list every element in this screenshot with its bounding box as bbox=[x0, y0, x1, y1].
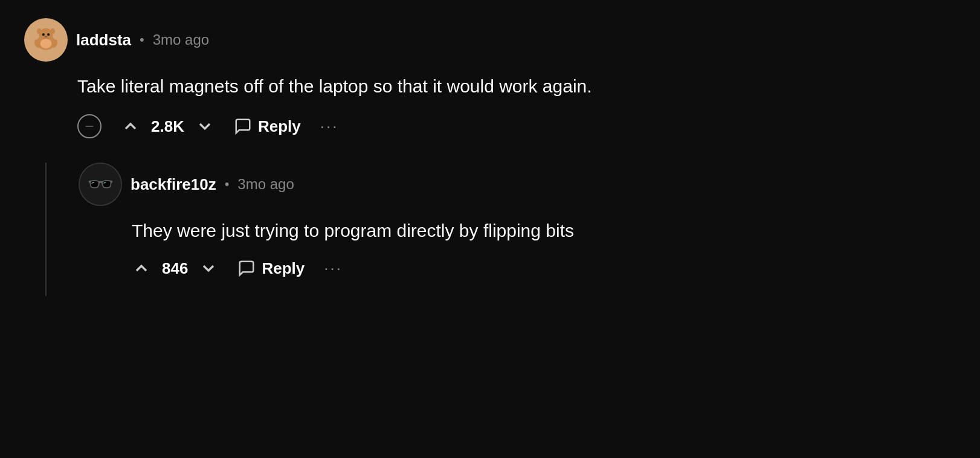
upvote-button[interactable] bbox=[121, 117, 140, 136]
vote-section: 2.8K bbox=[121, 117, 214, 136]
top-comment: laddsta • 3mo ago Take literal magnets o… bbox=[24, 18, 956, 296]
reply-dot-separator: • bbox=[225, 176, 230, 192]
reply-body: They were just trying to program directl… bbox=[132, 217, 956, 278]
reply-downvote-button[interactable] bbox=[199, 259, 218, 278]
svg-point-5 bbox=[47, 33, 50, 36]
reply-area: 🕶️ backfire10z • 3mo ago They were just … bbox=[79, 163, 956, 296]
comment-body: Take literal magnets off of the laptop s… bbox=[77, 73, 956, 156]
comment-header: laddsta • 3mo ago bbox=[24, 18, 956, 62]
timestamp: 3mo ago bbox=[153, 31, 209, 48]
reply-reply-label: Reply bbox=[262, 259, 305, 278]
comments-container: laddsta • 3mo ago Take literal magnets o… bbox=[0, 0, 980, 314]
reply-upvote-button[interactable] bbox=[132, 259, 151, 278]
reply-reply-button[interactable]: Reply bbox=[237, 259, 305, 278]
reply-username: backfire10z bbox=[131, 175, 216, 194]
svg-point-4 bbox=[42, 33, 45, 36]
comment-actions: 2.8K Reply ··· bbox=[77, 114, 956, 138]
svg-point-2 bbox=[37, 28, 41, 34]
svg-point-6 bbox=[44, 36, 47, 37]
thread-area: 🕶️ backfire10z • 3mo ago They were just … bbox=[24, 163, 956, 296]
thread-line bbox=[45, 163, 47, 296]
collapse-button[interactable] bbox=[77, 114, 102, 138]
dot-separator: • bbox=[140, 32, 144, 48]
reply-vote-section: 846 bbox=[132, 259, 218, 278]
reply-avatar: 🕶️ bbox=[79, 163, 122, 206]
vote-count: 2.8K bbox=[151, 117, 184, 136]
svg-point-3 bbox=[51, 28, 55, 34]
reply-vote-count: 846 bbox=[162, 259, 188, 278]
more-options-button[interactable]: ··· bbox=[320, 117, 339, 136]
reply-actions: 846 Reply bbox=[132, 259, 956, 278]
username: laddsta bbox=[76, 31, 131, 50]
svg-point-9 bbox=[40, 39, 52, 49]
downvote-button[interactable] bbox=[195, 117, 214, 136]
comment-text: Take literal magnets off of the laptop s… bbox=[77, 73, 956, 100]
reply-timestamp: 3mo ago bbox=[237, 176, 294, 193]
reply-label: Reply bbox=[258, 117, 301, 136]
reply-more-options-button[interactable]: ··· bbox=[324, 259, 343, 278]
reply-header: 🕶️ backfire10z • 3mo ago bbox=[79, 163, 956, 206]
reply-text: They were just trying to program directl… bbox=[132, 217, 956, 244]
reply-button[interactable]: Reply bbox=[234, 117, 301, 136]
avatar bbox=[24, 18, 68, 62]
